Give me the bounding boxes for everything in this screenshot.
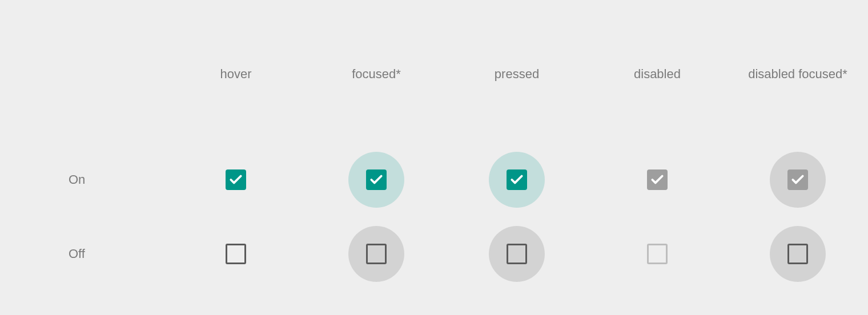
cell-on-focused — [306, 143, 447, 217]
checkbox-on-disabled-focused — [787, 169, 808, 190]
checkbox-off-hover[interactable] — [226, 244, 246, 264]
header-hover: hover — [166, 67, 306, 82]
press-halo — [489, 152, 545, 208]
cell-off-focused — [306, 217, 447, 291]
cell-off-pressed — [447, 217, 587, 291]
cell-on-disabled — [587, 143, 728, 217]
checkbox-on-pressed[interactable] — [507, 169, 527, 190]
row-label-off: Off — [51, 247, 166, 261]
checkbox-off-focused[interactable] — [366, 244, 387, 264]
checkmark-icon — [650, 172, 665, 187]
header-pressed: pressed — [447, 67, 587, 82]
row-on: On — [51, 143, 868, 217]
checkbox-off-disabled — [647, 244, 668, 264]
checkbox-off-pressed[interactable] — [507, 244, 527, 264]
focus-halo — [348, 152, 404, 208]
cell-on-pressed — [447, 143, 587, 217]
header-disabled-focused: disabled focused* — [728, 67, 868, 82]
cell-off-hover — [166, 217, 306, 291]
states-header-row: hover focused* pressed disabled disabled… — [51, 63, 868, 86]
checkbox-on-focused[interactable] — [366, 169, 387, 190]
header-disabled: disabled — [587, 67, 728, 82]
row-off: Off — [51, 217, 868, 291]
checkmark-icon — [790, 172, 805, 187]
press-halo — [489, 226, 545, 282]
checkmark-icon — [369, 172, 384, 187]
cell-off-disabled-focused — [728, 217, 868, 291]
focus-halo — [348, 226, 404, 282]
focus-halo — [770, 226, 826, 282]
checkmark-icon — [509, 172, 524, 187]
focus-halo — [770, 152, 826, 208]
cell-off-disabled — [587, 217, 728, 291]
cell-on-hover — [166, 143, 306, 217]
checkbox-on-hover[interactable] — [226, 169, 246, 190]
checkmark-icon — [228, 172, 243, 187]
checkbox-on-disabled — [647, 169, 668, 190]
row-label-on: On — [51, 172, 166, 187]
cell-on-disabled-focused — [728, 143, 868, 217]
header-focused: focused* — [306, 67, 447, 82]
checkbox-off-disabled-focused — [787, 244, 808, 264]
